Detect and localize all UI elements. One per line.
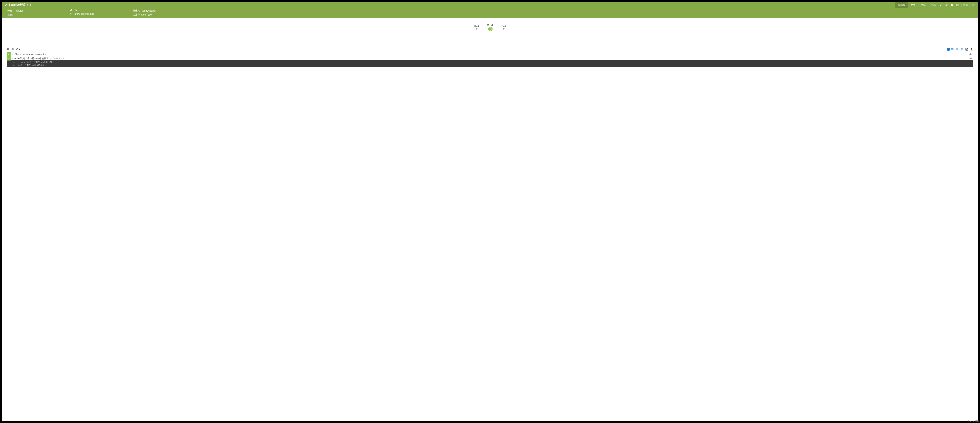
logout-button[interactable]: 注销 [962,3,969,7]
step-name: echo 我是一个执行sh命令的例子 — Shell Script [14,57,969,60]
connector-line [479,29,487,29]
step-row-checkout[interactable]: Check out from version control <1s [7,52,973,56]
tab-pipeline[interactable]: 流水线 [895,2,908,8]
line-number: 2 [7,63,18,67]
stage-label: Start [474,25,479,27]
restart-stage-link[interactable]: 重启 第一步 [947,48,963,51]
commit-value: – [16,14,17,16]
steps-section: 第一步 - <1s 重启 第一步 Check out from version … [2,46,978,421]
step-name-text: Check out from version control [14,53,46,55]
pipeline-title-link[interactable]: librarise测试 [9,3,25,7]
branch-row: 分支: master [8,9,62,12]
info-col-2: 2s a few seconds ago [70,9,125,16]
tab-artifacts[interactable]: 制品 [928,2,939,8]
modifier-label: 修改人 [133,9,140,12]
stage-end[interactable]: End [502,25,506,30]
step-name: Check out from version control [14,53,969,55]
time-value: a few seconds ago [75,13,94,15]
download-button[interactable] [970,48,973,51]
step-status-success [7,52,11,56]
info-col-1: 分支: master 提交: – [8,9,62,16]
steps-header: 第一步 - <1s 重启 第一步 [7,46,973,52]
console-output: 1 + echo 我是一个执行sh命令的例子 2 我是一个执行sh命令的例子 [7,60,973,67]
stage-start[interactable]: Start [474,25,479,30]
connector-line [493,29,502,29]
run-number: 5 [30,3,32,6]
close-button[interactable] [970,2,976,8]
header-top-bar: librarise测试 < 5 流水线 改变 测试 制品 注销 [2,2,978,8]
collapse-toggle[interactable] [11,57,14,59]
external-link-icon [965,48,968,51]
rerun-icon [940,3,943,6]
pencil-icon [945,3,948,6]
header: librarise测试 < 5 流水线 改变 测试 制品 注销 分支: [2,2,978,18]
stage-dot-icon [476,28,477,30]
step-name-text: echo 我是一个执行sh命令的例子 [14,57,49,60]
time-row: a few seconds ago [70,13,125,15]
stage-label: 第一步 [487,24,493,27]
steps-actions: 重启 第一步 [947,48,973,51]
exit-icon [956,3,959,6]
clock-icon [70,13,73,15]
tab-tests[interactable]: 测试 [918,2,928,8]
stage-label: End [502,25,506,27]
line-text: 我是一个执行sh命令的例子 [18,63,973,67]
line-number: 1 [7,61,18,63]
chevron-down-icon [12,57,14,59]
exit-button[interactable] [955,2,960,8]
pipeline-visualization: Start 第一步 End [2,18,978,46]
header-title-group: librarise测试 < 5 [4,3,895,7]
console-line: 2 我是一个执行sh命令的例子 [7,63,973,67]
app-frame: librarise测试 < 5 流水线 改变 测试 制品 注销 分支: [2,2,978,421]
success-check-icon [4,3,8,7]
step-row-echo[interactable]: echo 我是一个执行sh命令的例子 — Shell Script <1s [7,56,973,60]
run-info-bar: 分支: master 提交: – 2s a few seconds ago [2,8,978,18]
gear-icon [951,3,954,6]
duration-row: 2s [70,9,125,12]
line-text: + echo 我是一个执行sh命令的例子 [18,61,973,63]
step-status-success [7,56,11,60]
expand-toggle[interactable] [11,53,14,55]
rerun-button[interactable] [939,2,944,8]
steps-title: 第一步 - <1s [7,48,20,51]
duration-value: 2s [75,9,77,12]
download-icon [970,48,973,51]
console-line: 1 + echo 我是一个执行sh命令的例子 [7,61,973,63]
step-type-label: — Shell Script [50,57,64,60]
commit-label: 提交: [8,13,14,16]
header-actions: 流水线 改变 测试 制品 注销 [895,2,976,8]
startedby-row: 由用户 admin 启动 [133,13,188,16]
pipeline-graph: Start 第一步 End [474,24,506,31]
modifier-value: liangchaowei [142,10,156,12]
step-duration: <1s [969,57,973,60]
tab-changes[interactable]: 改变 [908,2,918,8]
edit-button[interactable] [944,2,950,8]
close-icon [972,3,975,6]
restart-label: 重启 第一步 [951,48,963,51]
breadcrumb-chevron-icon: < [27,3,28,6]
settings-button[interactable] [950,2,955,8]
step-duration: <1s [969,53,973,55]
commit-row: 提交: – [8,13,62,16]
check-icon [8,57,10,60]
open-external-button[interactable] [965,48,968,51]
info-col-3: 修改人 liangchaowei 由用户 admin 启动 [133,9,188,16]
restart-icon [947,48,950,51]
stage-dot-icon [503,28,504,30]
branch-value: master [16,10,23,12]
watermark: @51CTO博客 [968,420,979,423]
chevron-right-icon [12,53,14,55]
stage-success-icon [488,27,492,31]
stopwatch-icon [70,9,73,11]
branch-label: 分支: [8,9,14,12]
startedby-value: 由用户 admin 启动 [133,13,152,16]
check-icon [8,53,10,55]
modifier-row: 修改人 liangchaowei [133,9,188,12]
stage-step1[interactable]: 第一步 [487,24,493,31]
